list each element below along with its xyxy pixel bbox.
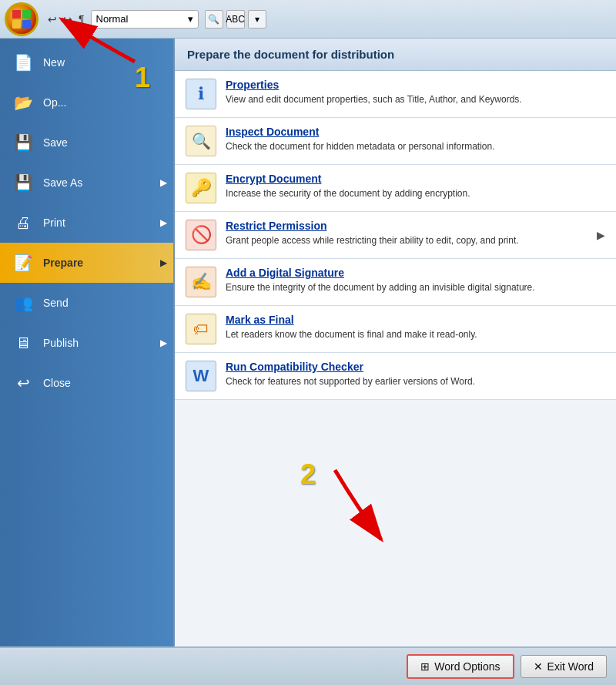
signature-icon: ✍ (186, 267, 216, 297)
encrypt-desc: Increase the security of the document by… (226, 187, 605, 200)
word-options-label: Word Options (434, 660, 500, 673)
open-icon: 📂 (9, 89, 37, 116)
word-options-icon: ⊞ (420, 660, 430, 673)
send-icon: 👥 (9, 289, 37, 317)
spell-button[interactable]: ABC (226, 10, 245, 29)
inspect-title: Inspect Document (226, 126, 605, 138)
signature-text: Add a Digital Signature Ensure the integ… (226, 267, 605, 294)
properties-title: Properties (226, 79, 605, 91)
publish-icon: 🖥 (9, 329, 37, 357)
prepare-icon: 📝 (9, 249, 37, 277)
signature-title: Add a Digital Signature (226, 267, 605, 279)
menu-item-save-as[interactable]: 💾 Save As ▶ (0, 163, 173, 203)
menu-item-open[interactable]: 📂 Op... (0, 82, 173, 123)
menu-item-print[interactable]: 🖨 Print ▶ (0, 203, 173, 243)
panel-item-compatibility[interactable]: W Run Compatibility Checker Check for fe… (175, 353, 616, 400)
inspect-text: Inspect Document Check the document for … (226, 126, 605, 153)
redo-button[interactable]: ↪ (60, 12, 75, 27)
prepare-arrow: ▶ (160, 257, 167, 268)
menu-item-new[interactable]: 📄 New (0, 42, 173, 82)
menu-label-new: New (43, 56, 65, 69)
save-icon: 💾 (9, 129, 37, 156)
restrict-icon: 🚫 (186, 220, 216, 250)
final-desc: Let readers know the document is final a… (226, 328, 605, 341)
chevron-down-icon: ▾ (188, 13, 193, 25)
compatibility-text: Run Compatibility Checker Check for feat… (226, 361, 605, 388)
menu-item-send[interactable]: 👥 Send (0, 283, 173, 323)
show-paragraph-button[interactable]: ¶ (75, 12, 88, 27)
exit-word-icon: ✕ (534, 660, 543, 673)
panel-item-final[interactable]: 🏷 Mark as Final Let readers know the doc… (175, 306, 616, 353)
final-icon: 🏷 (186, 314, 216, 344)
menu-item-prepare[interactable]: 📝 Prepare ▶ (0, 243, 173, 283)
undo-button[interactable]: ↩ (45, 12, 60, 27)
encrypt-title: Encrypt Document (226, 173, 605, 185)
new-icon: 📄 (9, 49, 37, 76)
restrict-desc: Grant people access while restricting th… (226, 234, 594, 247)
exit-word-label: Exit Word (547, 660, 594, 673)
properties-text: Properties View and edit document proper… (226, 79, 605, 106)
inspect-desc: Check the document for hidden metadata o… (226, 140, 605, 153)
print-arrow: ▶ (160, 217, 167, 228)
inspect-icon: 🔍 (186, 126, 216, 156)
menu-label-open: Op... (43, 96, 66, 109)
menu-label-send: Send (43, 297, 69, 309)
panel-item-properties[interactable]: ℹ Properties View and edit document prop… (175, 71, 616, 118)
compatibility-desc: Check for features not supported by earl… (226, 375, 605, 388)
save-as-icon: 💾 (9, 169, 37, 196)
menu-item-close[interactable]: ↩ Close (0, 363, 173, 403)
publish-arrow: ▶ (160, 337, 167, 348)
compatibility-title: Run Compatibility Checker (226, 361, 605, 373)
office-logo (11, 8, 32, 30)
more-button[interactable]: ▾ (248, 10, 266, 29)
prepare-panel: Prepare the document for distribution ℹ … (173, 39, 616, 646)
panel-item-encrypt[interactable]: 🔑 Encrypt Document Increase the security… (175, 165, 616, 212)
restrict-text: Restrict Permission Grant people access … (226, 220, 594, 247)
menu-item-publish[interactable]: 🖥 Publish ▶ (0, 323, 173, 363)
word-options-button[interactable]: ⊞ Word Options (407, 654, 514, 679)
restrict-arrow: ▶ (597, 229, 605, 241)
properties-icon: ℹ (186, 79, 216, 109)
office-menu: 📄 New 📂 Op... 💾 Save 💾 Save As ▶ 🖨 Print… (0, 39, 173, 646)
panel-item-inspect[interactable]: 🔍 Inspect Document Check the document fo… (175, 118, 616, 165)
compatibility-icon: W (186, 361, 216, 391)
office-button[interactable] (5, 2, 38, 36)
toolbar: ↩ ↪ ¶ Normal ▾ 🔍 ABC ▾ (0, 0, 616, 39)
final-text: Mark as Final Let readers know the docum… (226, 314, 605, 341)
panel-header-text: Prepare the document for distribution (187, 48, 394, 61)
encrypt-icon: 🔑 (186, 173, 216, 203)
menu-label-publish: Publish (43, 337, 79, 349)
signature-desc: Ensure the integrity of the document by … (226, 281, 605, 294)
menu-label-save: Save (43, 136, 68, 149)
style-label: Normal (96, 13, 129, 25)
print-icon: 🖨 (9, 209, 37, 237)
encrypt-text: Encrypt Document Increase the security o… (226, 173, 605, 200)
menu-label-close: Close (43, 377, 71, 389)
restrict-title: Restrict Permission (226, 220, 594, 232)
final-title: Mark as Final (226, 314, 605, 326)
toolbar-icons: 🔍 ABC ▾ (205, 10, 266, 29)
close-icon: ↩ (9, 369, 37, 397)
panel-item-restrict[interactable]: 🚫 Restrict Permission Grant people acces… (175, 212, 616, 259)
properties-desc: View and edit document properties, such … (226, 93, 605, 106)
menu-label-print: Print (43, 217, 65, 229)
menu-label-prepare: Prepare (43, 257, 83, 269)
style-dropdown[interactable]: Normal ▾ (91, 10, 199, 29)
menu-item-save[interactable]: 💾 Save (0, 123, 173, 163)
save-as-arrow: ▶ (160, 177, 167, 188)
panel-item-signature[interactable]: ✍ Add a Digital Signature Ensure the int… (175, 259, 616, 306)
panel-header: Prepare the document for distribution (175, 39, 616, 71)
menu-label-save-as: Save As (43, 176, 82, 189)
bottom-bar: ⊞ Word Options ✕ Exit Word (0, 646, 616, 685)
main-content: 📄 New 📂 Op... 💾 Save 💾 Save As ▶ 🖨 Print… (0, 39, 616, 646)
zoom-button[interactable]: 🔍 (205, 10, 223, 29)
exit-word-button[interactable]: ✕ Exit Word (521, 655, 607, 678)
